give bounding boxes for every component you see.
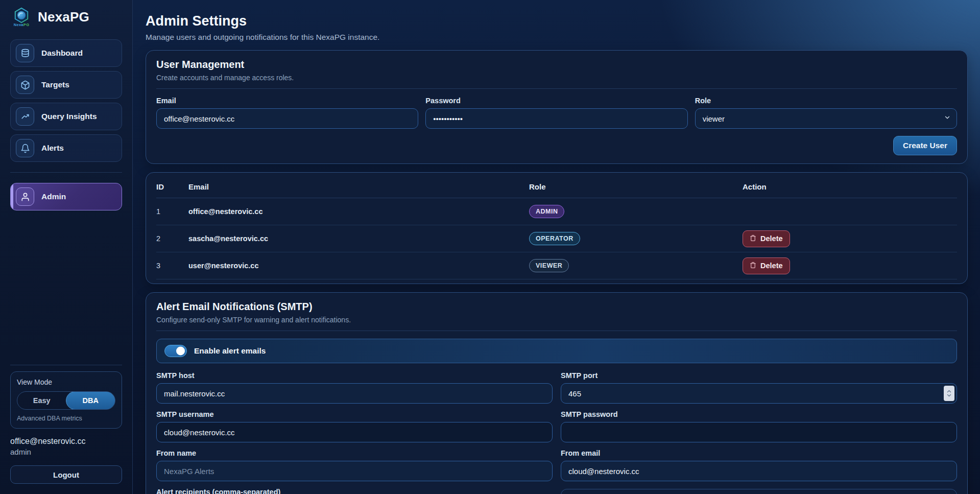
nexapg-logo-icon: NexaPG [10,7,33,27]
divider [156,331,957,331]
smtp-username-field[interactable] [156,422,553,442]
delete-label: Delete [760,262,783,270]
delete-user-button[interactable]: Delete [743,257,790,274]
from-name-field[interactable] [156,461,553,481]
smtp-port-label: SMTP port [561,371,957,380]
smtp-host-group: SMTP host [156,371,553,404]
smtp-card: Alert Email Notifications (SMTP) Configu… [146,292,968,494]
page-title: Admin Settings [146,13,968,29]
database-icon [16,44,34,62]
smtp-subtitle: Configure send-only SMTP for warning and… [156,316,957,324]
sidebar-bottom-divider [10,365,122,365]
user-email: user@nesterovic.cc [188,252,529,279]
action-cell: Delete [743,252,957,279]
smtp-password-field[interactable] [561,422,957,442]
logout-button[interactable]: Logout [10,465,122,484]
user-id: 3 [156,252,188,279]
smtp-password-group: SMTP password [561,410,957,442]
sidebar-item-targets[interactable]: Targets [10,71,122,99]
email-field-group: Email [156,97,418,129]
smtp-title: Alert Email Notifications (SMTP) [156,301,957,313]
smtp-form: SMTP host SMTP port SMTP username [156,371,957,494]
table-row: 2 sascha@nesterovic.cc OPERATOR Delete [156,225,957,252]
user-id: 1 [156,198,188,225]
smtp-host-field[interactable] [156,383,553,404]
sidebar-item-label: Dashboard [41,49,83,58]
col-header-id: ID [156,174,188,198]
password-field-group: Password [425,97,687,129]
action-cell: Delete [743,225,957,252]
sidebar-item-dashboard[interactable]: Dashboard [10,39,122,67]
create-user-button-row: Create User [156,136,957,155]
enable-alert-emails-label: Enable alert emails [194,346,266,356]
from-name-group: From name [156,449,553,481]
trash-icon [750,262,756,270]
email-field[interactable] [156,108,418,129]
sidebar-item-admin[interactable]: Admin [10,183,122,210]
delete-label: Delete [760,234,783,243]
from-email-label: From email [561,449,957,457]
alert-recipients-label: Alert recipients (comma-separated) [156,488,553,494]
smtp-username-label: SMTP username [156,410,553,418]
sidebar-spacer [10,210,122,359]
users-table-card: ID Email Role Action 1 office@nesterovic… [146,172,968,284]
table-row: 1 office@nesterovic.cc ADMIN [156,198,957,225]
view-mode-label: View Mode [17,378,115,386]
user-management-subtitle: Create accounts and manage access roles. [156,74,957,82]
user-icon [16,187,34,206]
create-user-form: Email Password Role viewer [156,97,957,129]
user-management-card: User Management Create accounts and mana… [146,50,968,164]
delete-user-button[interactable]: Delete [743,230,790,247]
smtp-port-field[interactable] [561,383,957,404]
number-stepper-icon[interactable] [944,386,954,401]
user-id: 2 [156,225,188,252]
app-window: NexaPG NexaPG Dashboard [0,0,980,494]
view-mode-panel: View Mode Easy DBA Advanced DBA metrics [10,371,122,429]
table-row: 3 user@nesterovic.cc VIEWER Delete [156,252,957,279]
enable-alert-emails-row: Enable alert emails [156,339,957,363]
smtp-password-label: SMTP password [561,410,957,418]
trend-chart-icon [16,107,34,126]
sidebar-item-label: Alerts [41,144,64,153]
sidebar-item-label: Query Insights [41,112,97,121]
user-email: sascha@nesterovic.cc [188,225,529,252]
role-badge-admin: ADMIN [529,205,564,218]
smtp-username-group: SMTP username [156,410,553,442]
logo-wordmark: NexaPG [14,22,30,27]
bell-icon [16,139,34,157]
view-mode-dba-button[interactable]: DBA [66,391,116,410]
role-badge-viewer: VIEWER [529,259,569,272]
role-label: Role [695,97,957,105]
sidebar: NexaPG NexaPG Dashboard [0,0,133,494]
from-email-field[interactable] [561,461,957,481]
user-email: office@nesterovic.cc [188,198,529,225]
users-table: ID Email Role Action 1 office@nesterovic… [156,174,957,279]
page-subtitle: Manage users and outgoing notifications … [146,33,968,42]
view-mode-hint: Advanced DBA metrics [17,415,115,422]
smtp-host-label: SMTP host [156,371,553,380]
password-field[interactable] [425,108,687,129]
sidebar-item-label: Targets [41,80,69,89]
alert-recipients-group: Alert recipients (comma-separated) [156,488,553,494]
col-header-role: Role [529,174,743,198]
starttls-row: Use STARTTLS [561,489,957,494]
role-select[interactable]: viewer [695,108,957,129]
view-mode-segmented-control: Easy DBA [17,391,115,410]
cube-icon [16,76,34,94]
main-content: Admin Settings Manage users and outgoing… [133,0,980,494]
view-mode-easy-button[interactable]: Easy [17,392,66,409]
trash-icon [750,234,756,243]
current-user-role: admin [10,448,122,456]
sidebar-item-alerts[interactable]: Alerts [10,134,122,162]
enable-alert-emails-toggle[interactable] [164,345,187,357]
email-label: Email [156,97,418,105]
current-user-email: office@nesterovic.cc [10,437,122,446]
role-selected-value: viewer [703,114,725,123]
smtp-port-group: SMTP port [561,371,957,404]
sidebar-item-query-insights[interactable]: Query Insights [10,103,122,130]
sidebar-nav: Dashboard Targets Query Insights [10,39,122,210]
from-email-group: From email [561,449,957,481]
create-user-button[interactable]: Create User [893,136,957,155]
chevron-down-icon [944,114,951,123]
divider [156,88,957,89]
